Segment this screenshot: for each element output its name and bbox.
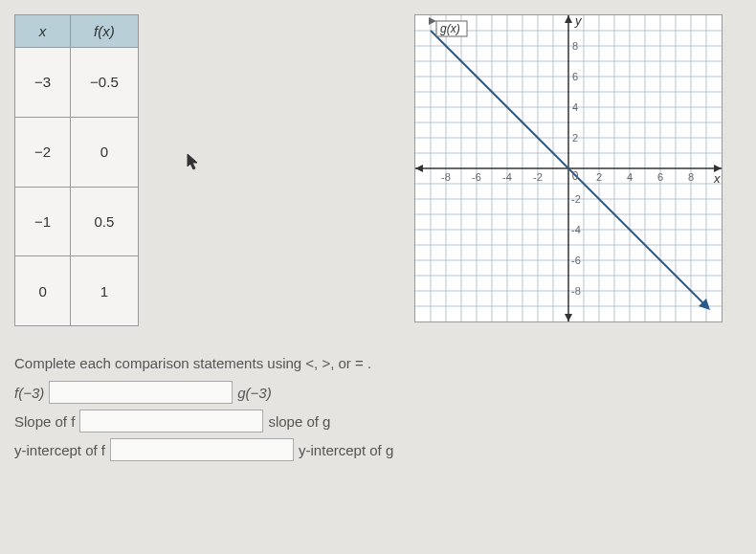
function-label: g(x) bbox=[440, 22, 460, 35]
svg-text:-4: -4 bbox=[502, 171, 512, 183]
answer-row: f(−3) g(−3) bbox=[14, 381, 742, 404]
table-row: −2 0 bbox=[15, 117, 139, 187]
cursor-icon bbox=[187, 153, 200, 326]
answer-before-label: f(−3) bbox=[14, 385, 44, 401]
svg-text:8: 8 bbox=[688, 171, 694, 183]
svg-text:-8: -8 bbox=[441, 171, 451, 183]
graph-container: g(x) y x -8-6-4-2 0 2468 8642 -2-4-6-8 bbox=[414, 14, 723, 326]
answer-row: y-intercept of f y-intercept of g bbox=[14, 438, 742, 461]
table-header-x: x bbox=[15, 15, 71, 48]
question-section: Complete each comparison statements usin… bbox=[14, 355, 742, 461]
table-row: −3 −0.5 bbox=[15, 48, 139, 118]
svg-text:-4: -4 bbox=[571, 224, 581, 235]
comparison-input-3[interactable] bbox=[110, 438, 294, 461]
svg-text:6: 6 bbox=[657, 171, 663, 183]
svg-text:-2: -2 bbox=[533, 171, 543, 183]
comparison-input-2[interactable] bbox=[79, 410, 263, 432]
svg-text:4: 4 bbox=[572, 101, 578, 113]
table-header-fx: f(x) bbox=[71, 15, 139, 48]
svg-text:0: 0 bbox=[572, 169, 579, 183]
svg-text:-6: -6 bbox=[472, 171, 481, 183]
svg-text:-8: -8 bbox=[571, 285, 581, 297]
svg-text:8: 8 bbox=[572, 40, 578, 52]
svg-text:6: 6 bbox=[572, 71, 578, 82]
answer-before-label: y-intercept of f bbox=[14, 442, 105, 458]
svg-text:x: x bbox=[713, 171, 721, 186]
answer-before-label: Slope of f bbox=[14, 413, 75, 430]
svg-text:-2: -2 bbox=[571, 193, 581, 205]
function-table: x f(x) −3 −0.5 −2 0 −1 0.5 0 1 bbox=[14, 14, 139, 326]
question-prompt: Complete each comparison statements usin… bbox=[14, 355, 742, 371]
svg-text:2: 2 bbox=[572, 132, 578, 144]
coordinate-graph: g(x) y x -8-6-4-2 0 2468 8642 -2-4-6-8 bbox=[414, 14, 723, 322]
svg-text:-6: -6 bbox=[571, 255, 581, 266]
comparison-input-1[interactable] bbox=[49, 381, 233, 404]
svg-text:2: 2 bbox=[596, 171, 602, 183]
svg-text:4: 4 bbox=[627, 171, 633, 183]
answer-after-label: slope of g bbox=[268, 413, 330, 430]
answer-after-label: g(−3) bbox=[237, 385, 271, 401]
answer-row: Slope of f slope of g bbox=[14, 410, 742, 432]
answer-after-label: y-intercept of g bbox=[299, 442, 393, 458]
table-row: −1 0.5 bbox=[15, 187, 139, 256]
table-row: 0 1 bbox=[15, 256, 139, 326]
